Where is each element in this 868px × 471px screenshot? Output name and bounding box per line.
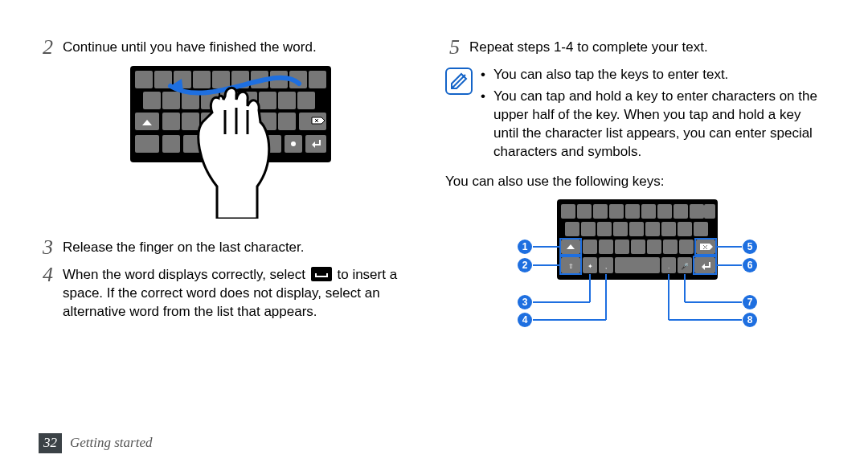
note-icon <box>445 68 473 95</box>
svg-rect-27 <box>278 113 296 130</box>
swype-keyboard-illustration <box>122 66 339 219</box>
svg-rect-10 <box>309 71 326 88</box>
step-text: Release the finger on the last character… <box>63 239 423 258</box>
step-4: 4 When the word displays correctly, sele… <box>39 266 423 322</box>
svg-text:6: 6 <box>747 260 753 271</box>
svg-rect-59 <box>678 222 692 236</box>
svg-rect-21 <box>162 113 180 130</box>
space-key-icon <box>311 267 332 281</box>
svg-text:8: 8 <box>747 314 753 326</box>
svg-rect-54 <box>597 222 612 236</box>
svg-rect-43 <box>577 204 592 219</box>
svg-rect-51 <box>704 204 715 219</box>
svg-text:5: 5 <box>747 241 753 252</box>
step-text: Repeat steps 1-4 to complete your text. <box>469 39 829 58</box>
svg-rect-56 <box>629 222 644 236</box>
note-bullet-2: • You can tap and hold a key to enter ch… <box>481 88 829 162</box>
page-number: 32 <box>39 433 62 453</box>
svg-rect-11 <box>143 92 161 109</box>
svg-text:1: 1 <box>522 241 528 252</box>
svg-rect-44 <box>593 204 608 219</box>
note-text: You can tap and hold a key to enter char… <box>493 88 829 162</box>
svg-rect-60 <box>694 222 708 236</box>
right-column: 5 Repeat steps 1-4 to complete your text… <box>445 39 829 364</box>
svg-text:2: 2 <box>522 260 528 271</box>
svg-rect-64 <box>615 240 629 254</box>
svg-rect-58 <box>661 222 676 236</box>
svg-rect-62 <box>583 240 597 254</box>
svg-rect-47 <box>641 204 656 219</box>
step-3: 3 Release the finger on the last charact… <box>39 239 423 258</box>
note-block: • You can also tap the keys to enter tex… <box>445 66 829 165</box>
keyboard-callout-figure: ⇧ ✦ , . 🎤 <box>445 199 829 350</box>
step-text: Continue until you have finished the wor… <box>63 39 423 58</box>
svg-text:3: 3 <box>522 297 528 308</box>
bullet-icon: • <box>481 66 489 84</box>
step-number: 3 <box>39 237 53 258</box>
svg-text:🎤: 🎤 <box>681 262 689 270</box>
svg-rect-12 <box>162 92 180 109</box>
svg-rect-1 <box>135 71 153 88</box>
step4-text-before: When the word displays correctly, select <box>63 267 309 282</box>
left-column: 2 Continue until you have finished the w… <box>39 39 423 364</box>
svg-rect-67 <box>663 240 678 254</box>
step-number: 5 <box>445 37 460 58</box>
svg-rect-18 <box>278 92 296 109</box>
page-footer: 32 Getting started <box>39 433 152 453</box>
svg-rect-53 <box>581 222 596 236</box>
svg-rect-63 <box>599 240 613 254</box>
step-number: 2 <box>39 37 53 58</box>
svg-rect-30 <box>162 135 180 153</box>
svg-rect-50 <box>690 204 704 219</box>
svg-text:4: 4 <box>522 314 528 326</box>
svg-rect-55 <box>613 222 628 236</box>
svg-rect-68 <box>679 240 694 254</box>
page: 2 Continue until you have finished the w… <box>0 0 868 471</box>
step-5: 5 Repeat steps 1-4 to complete your text… <box>445 39 829 58</box>
svg-rect-48 <box>657 204 672 219</box>
svg-text:.: . <box>668 263 669 270</box>
svg-rect-45 <box>609 204 624 219</box>
note-text: You can also tap the keys to enter text. <box>493 66 728 84</box>
svg-text:,: , <box>605 263 607 270</box>
svg-rect-65 <box>631 240 645 254</box>
svg-text:✦: ✦ <box>588 263 593 270</box>
section-name: Getting started <box>70 434 152 453</box>
svg-rect-4 <box>193 71 211 88</box>
step-number: 4 <box>39 264 53 322</box>
svg-rect-17 <box>259 92 276 109</box>
svg-rect-52 <box>565 222 579 236</box>
svg-rect-19 <box>297 92 315 109</box>
bullet-icon: • <box>481 88 489 162</box>
svg-rect-49 <box>674 204 688 219</box>
svg-rect-5 <box>212 71 230 88</box>
following-keys-text: You can also use the following keys: <box>445 173 829 191</box>
swype-keyboard-figure <box>39 66 423 224</box>
keyboard-callout-illustration: ⇧ ✦ , . 🎤 <box>493 199 782 344</box>
svg-rect-42 <box>561 204 575 219</box>
note-bullet-1: • You can also tap the keys to enter tex… <box>481 66 829 84</box>
step-text: When the word displays correctly, select… <box>63 266 423 322</box>
svg-rect-22 <box>182 113 199 130</box>
svg-rect-29 <box>135 135 159 153</box>
svg-rect-46 <box>625 204 640 219</box>
step-2: 2 Continue until you have finished the w… <box>39 39 423 58</box>
svg-rect-66 <box>647 240 661 254</box>
svg-point-36 <box>291 141 296 146</box>
svg-text:⇧: ⇧ <box>568 263 574 270</box>
svg-rect-73 <box>615 257 660 273</box>
svg-text:7: 7 <box>747 297 753 308</box>
svg-rect-57 <box>645 222 660 236</box>
